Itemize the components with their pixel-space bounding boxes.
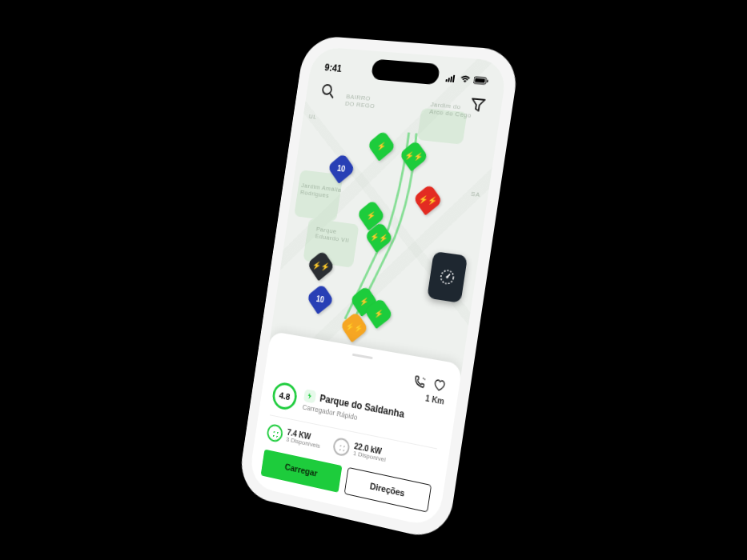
filter-icon xyxy=(468,96,486,114)
connector-details: 7.4 KW 3 Disponíveis xyxy=(285,428,321,450)
station-rating-badge: 4.8 xyxy=(271,381,298,412)
charger-pin-available[interactable]: ⚡⚡ xyxy=(399,140,428,171)
status-indicators xyxy=(445,74,489,86)
svg-point-9 xyxy=(322,85,331,95)
search-button[interactable] xyxy=(318,81,338,101)
svg-rect-3 xyxy=(452,75,454,82)
svg-point-11 xyxy=(424,378,425,380)
station-rating-value: 4.8 xyxy=(279,390,291,402)
bolt-icon: ⚡⚡ xyxy=(311,260,330,271)
bolt-icon: ⚡⚡ xyxy=(344,321,363,332)
svg-rect-0 xyxy=(445,79,447,82)
phone-icon xyxy=(412,374,427,390)
wifi-icon xyxy=(459,74,471,83)
charger-pin-busy[interactable]: ⚡⚡ xyxy=(412,184,442,216)
svg-rect-2 xyxy=(450,77,452,82)
charger-pin-limited[interactable]: ⚡⚡ xyxy=(339,311,368,342)
status-time: 9:41 xyxy=(323,62,342,74)
phone-screen: 9:41 xyxy=(247,46,508,529)
directions-button[interactable]: Direções xyxy=(343,467,431,513)
charge-button[interactable]: Carregar xyxy=(260,450,342,493)
svg-rect-5 xyxy=(474,78,484,83)
svg-point-8 xyxy=(445,276,448,278)
bolt-icon: ⚡⚡ xyxy=(418,194,437,206)
search-icon xyxy=(319,83,336,100)
favorite-button[interactable] xyxy=(432,377,448,394)
bolt-icon xyxy=(305,392,313,401)
connector-plug-icon xyxy=(331,437,350,458)
connector-plug-icon xyxy=(266,423,283,443)
charger-type-badge xyxy=(303,389,315,403)
call-button[interactable] xyxy=(412,374,428,390)
connector-item[interactable]: 22.0 kW 1 Disponível xyxy=(331,437,387,465)
bolt-icon: ⚡⚡ xyxy=(404,150,423,161)
bolt-icon: ⚡ xyxy=(376,141,387,150)
svg-rect-1 xyxy=(448,78,450,82)
map-text-fragment: SA xyxy=(470,190,480,199)
map-text-fragment: UL xyxy=(308,113,317,121)
bolt-icon: ⚡ xyxy=(359,296,369,306)
svg-point-10 xyxy=(422,378,424,379)
connector-item[interactable]: 7.4 KW 3 Disponíveis xyxy=(266,423,322,451)
cellular-signal-icon xyxy=(445,74,457,82)
sheet-drag-handle[interactable] xyxy=(351,354,372,359)
phone-mockup: 9:41 xyxy=(236,34,520,542)
speed-gauge-button[interactable] xyxy=(427,251,468,303)
cluster-count: 10 xyxy=(315,294,324,304)
connector-details: 22.0 kW 1 Disponível xyxy=(352,442,387,464)
bolt-icon: ⚡⚡ xyxy=(369,231,388,242)
heart-icon xyxy=(432,378,447,393)
phone-frame: 9:41 xyxy=(236,34,520,542)
filter-button[interactable] xyxy=(467,94,488,115)
battery-icon xyxy=(472,76,489,86)
charger-cluster-pin[interactable]: 10 xyxy=(306,283,334,314)
station-detail-sheet[interactable]: 1 Km 4.8 Parque do Saldanha Carregador R… xyxy=(247,331,462,529)
bolt-icon: ⚡ xyxy=(373,308,384,318)
cluster-count: 10 xyxy=(336,163,346,173)
bolt-icon: ⚡ xyxy=(366,210,376,220)
gauge-icon xyxy=(437,267,456,287)
charger-pin-available[interactable]: ⚡ xyxy=(367,130,396,162)
